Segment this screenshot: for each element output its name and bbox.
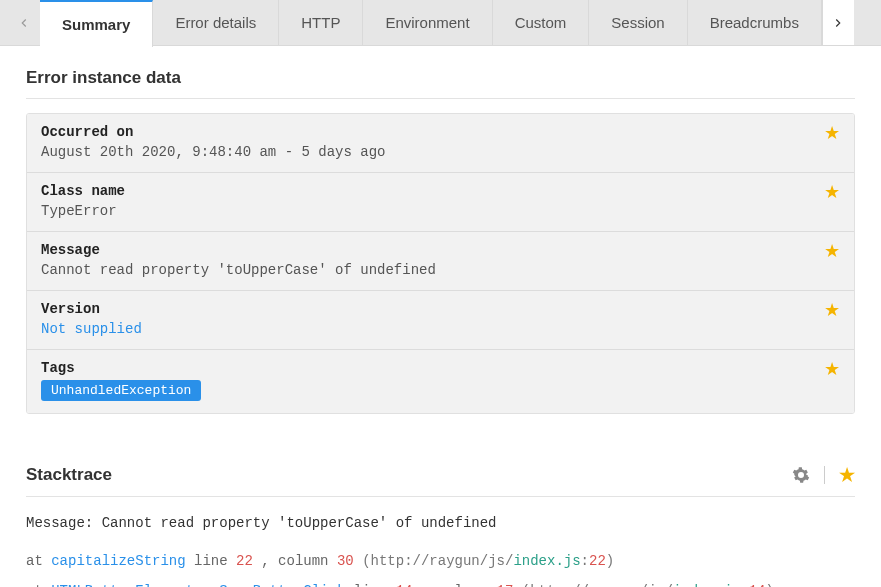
star-icon[interactable]: ★ (824, 183, 840, 201)
row-label: Version (41, 301, 840, 317)
star-icon[interactable]: ★ (824, 124, 840, 142)
row-label: Message (41, 242, 840, 258)
tab-label: HTTP (301, 14, 340, 31)
divider (824, 466, 825, 484)
row-occurred-on: ★ Occurred on August 20th 2020, 9:48:40 … (27, 114, 854, 173)
row-version: ★ Version Not supplied (27, 291, 854, 350)
at-label: at (26, 553, 43, 569)
star-icon[interactable]: ★ (824, 301, 840, 319)
column-label: column (438, 583, 488, 587)
stacktrace-body: Message: Cannot read property 'toUpperCa… (26, 497, 855, 587)
stacktrace-message-line: Message: Cannot read property 'toUpperCa… (26, 515, 855, 531)
column-number: 17 (497, 583, 514, 587)
row-label: Occurred on (41, 124, 840, 140)
tag-chip[interactable]: UnhandledException (41, 380, 201, 401)
frame-function[interactable]: capitalizeString (51, 553, 185, 569)
tab-label: Summary (62, 16, 130, 33)
star-icon[interactable]: ★ (839, 464, 855, 486)
stack-frame: at capitalizeString line 22 , column 30 … (26, 553, 855, 569)
row-tags: ★ Tags UnhandledException (27, 350, 854, 413)
row-message: ★ Message Cannot read property 'toUpperC… (27, 232, 854, 291)
row-value: TypeError (41, 203, 840, 219)
comma: , (261, 553, 269, 569)
tab-label: Error details (175, 14, 256, 31)
at-label: at (26, 583, 43, 587)
paren: ) (765, 583, 773, 587)
row-value: August 20th 2020, 9:48:40 am - 5 days ag… (41, 144, 840, 160)
line-number: 22 (236, 553, 253, 569)
tab-environment[interactable]: Environment (363, 0, 492, 45)
tab-summary[interactable]: Summary (40, 0, 153, 47)
message-label: Message: (26, 515, 93, 531)
colon: : (740, 583, 748, 587)
section-title: Error instance data (26, 68, 181, 88)
row-label: Class name (41, 183, 840, 199)
error-instance-panel: ★ Occurred on August 20th 2020, 9:48:40 … (26, 113, 855, 414)
tab-http[interactable]: HTTP (279, 0, 363, 45)
frame-url-prefix: http://raygun/js/ (371, 553, 514, 569)
star-icon[interactable]: ★ (824, 360, 840, 378)
frame-class[interactable]: HTMLButtonElement (51, 583, 194, 587)
tab-custom[interactable]: Custom (493, 0, 590, 45)
frame-function[interactable]: onSaveButtonClick (202, 583, 345, 587)
column-label: column (278, 553, 328, 569)
frame-line: 14 (749, 583, 766, 587)
comma: , (421, 583, 429, 587)
line-label: line (194, 553, 228, 569)
tab-bar: Summary Error details HTTP Environment C… (0, 0, 881, 46)
line-label: line (354, 583, 388, 587)
tab-label: Environment (385, 14, 469, 31)
row-value[interactable]: Not supplied (41, 321, 840, 337)
paren: ( (362, 553, 370, 569)
frame-url-prefix: http://raygun/js/ (530, 583, 673, 587)
tab-label: Breadcrumbs (710, 14, 799, 31)
tabs-scroll-right[interactable] (822, 0, 854, 45)
message-text: Cannot read property 'toUpperCase' of un… (102, 515, 497, 531)
stack-frame: at HTMLButtonElement.onSaveButtonClick l… (26, 583, 855, 587)
row-label: Tags (41, 360, 840, 376)
paren: ( (522, 583, 530, 587)
stacktrace-title: Stacktrace (26, 465, 112, 485)
tab-label: Custom (515, 14, 567, 31)
tab-label: Session (611, 14, 664, 31)
frame-line: 22 (589, 553, 606, 569)
frame-file[interactable]: index.js (513, 553, 580, 569)
colon: : (581, 553, 589, 569)
column-number: 30 (337, 553, 354, 569)
gear-icon[interactable] (792, 466, 810, 484)
frame-file[interactable]: index.js (673, 583, 740, 587)
paren: ) (606, 553, 614, 569)
line-number: 14 (396, 583, 413, 587)
tab-breadcrumbs[interactable]: Breadcrumbs (688, 0, 822, 45)
tab-session[interactable]: Session (589, 0, 687, 45)
row-class-name: ★ Class name TypeError (27, 173, 854, 232)
star-icon[interactable]: ★ (824, 242, 840, 260)
tab-error-details[interactable]: Error details (153, 0, 279, 45)
chevron-right-icon (831, 16, 845, 30)
tabs-scroll-left[interactable] (8, 0, 40, 45)
chevron-left-icon (17, 16, 31, 30)
row-value: Cannot read property 'toUpperCase' of un… (41, 262, 840, 278)
